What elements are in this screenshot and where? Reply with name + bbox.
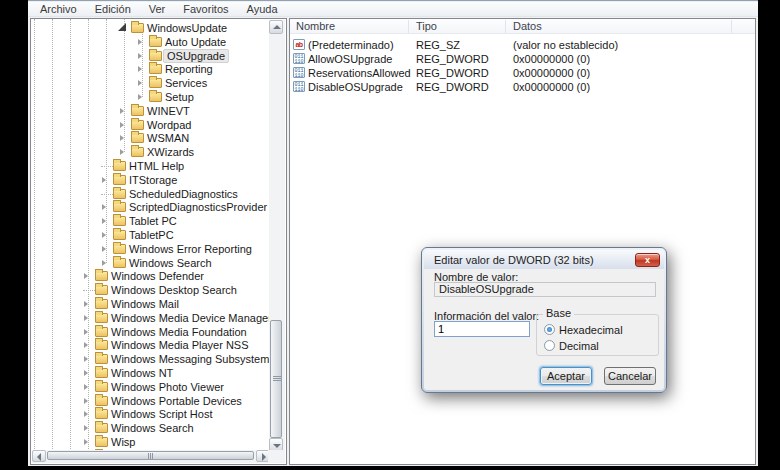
tree-item-windows-script-host[interactable]: Windows Script Host <box>31 407 270 421</box>
tree-item-tabletpc[interactable]: TabletPC <box>31 228 270 242</box>
chevron-right-icon[interactable] <box>138 66 142 72</box>
chevron-right-icon[interactable] <box>84 384 88 390</box>
dialog-body: Nombre de valor: DisableOSUpgrade Inform… <box>424 269 664 390</box>
chevron-right-icon[interactable] <box>120 135 124 141</box>
chevron-right-icon[interactable] <box>102 260 106 266</box>
scroll-left-button[interactable] <box>32 450 46 462</box>
column-divider[interactable] <box>731 20 732 33</box>
folder-icon <box>95 313 108 323</box>
tree-item-winevt[interactable]: WINEVT <box>31 104 270 118</box>
hexadecimal-radio[interactable] <box>544 324 555 335</box>
column-header-nombre[interactable]: Nombre <box>296 19 335 34</box>
column-header-datos[interactable]: Datos <box>513 19 542 34</box>
tree-item-windows-nt[interactable]: Windows NT <box>31 366 270 380</box>
tree-item-wordpad[interactable]: Wordpad <box>31 118 270 132</box>
chevron-right-icon[interactable] <box>138 80 142 86</box>
tree-item-itstorage[interactable]: ITStorage <box>31 173 270 187</box>
cancel-button[interactable]: Cancelar <box>604 367 656 385</box>
decimal-radio[interactable] <box>544 340 555 351</box>
menu-item-archivo[interactable]: Archivo <box>31 2 86 17</box>
tree-item-windows-photo-viewer[interactable]: Windows Photo Viewer <box>31 380 270 394</box>
chevron-right-icon[interactable] <box>84 301 88 307</box>
tree-item-windows-defender[interactable]: Windows Defender <box>31 269 270 283</box>
chevron-right-icon[interactable] <box>138 94 142 100</box>
scroll-up-button[interactable] <box>269 20 283 34</box>
tree-item-windowsupdate[interactable]: WindowsUpdate <box>31 21 270 35</box>
column-header-tipo[interactable]: Tipo <box>416 19 437 34</box>
tree-item-windows-portable-devices[interactable]: Windows Portable Devices <box>31 394 270 408</box>
chevron-right-icon[interactable] <box>84 425 88 431</box>
vertical-scroll-thumb[interactable] <box>270 320 282 438</box>
tree-horizontal-scrollbar[interactable] <box>32 450 270 463</box>
tree-item-xwizards[interactable]: XWizards <box>31 145 270 159</box>
chevron-right-icon[interactable] <box>84 398 88 404</box>
value-data-input[interactable] <box>434 321 530 337</box>
chevron-right-icon[interactable] <box>120 149 124 155</box>
folder-icon <box>131 23 144 33</box>
tree-item-label: Setup <box>165 90 194 104</box>
folder-icon <box>113 258 126 268</box>
regedit-window: ArchivoEdiciónVerFavoritosAyuda WindowsU… <box>28 0 758 466</box>
chevron-right-icon[interactable] <box>102 218 106 224</box>
menu-item-ayuda[interactable]: Ayuda <box>238 2 287 17</box>
tree-item-windows-search[interactable]: Windows Search <box>31 256 270 270</box>
tree-item-setup[interactable]: Setup <box>31 90 270 104</box>
tree-item-osupgrade[interactable]: OSUpgrade <box>31 49 270 63</box>
tree-item-windows-search[interactable]: Windows Search <box>31 421 270 435</box>
tree-item-windows-messaging-subsystem[interactable]: Windows Messaging Subsystem <box>31 352 270 366</box>
close-icon[interactable]: x <box>635 253 660 267</box>
decimal-radio-label[interactable]: Decimal <box>559 340 599 352</box>
tree-item-wsman[interactable]: WSMAN <box>31 131 270 145</box>
chevron-right-icon[interactable] <box>84 411 88 417</box>
folder-icon <box>131 120 144 130</box>
tree-item-scripteddiagnosticsprovider[interactable]: ScriptedDiagnosticsProvider <box>31 200 270 214</box>
tree-item-windows-mail[interactable]: Windows Mail <box>31 297 270 311</box>
chevron-right-icon[interactable] <box>84 342 88 348</box>
chevron-right-icon[interactable] <box>120 122 124 128</box>
chevron-right-icon[interactable] <box>138 39 142 45</box>
chevron-right-icon[interactable] <box>84 329 88 335</box>
menu-item-ver[interactable]: Ver <box>140 2 175 17</box>
chevron-right-icon[interactable] <box>102 246 106 252</box>
dialog-titlebar[interactable]: Editar valor de DWORD (32 bits) x <box>424 250 664 269</box>
chevron-right-icon[interactable] <box>102 204 106 210</box>
tree-vertical-scrollbar[interactable] <box>269 20 285 452</box>
tree-item-reporting[interactable]: Reporting <box>31 62 270 76</box>
menu-item-edici-n[interactable]: Edición <box>86 2 140 17</box>
menu-item-favoritos[interactable]: Favoritos <box>174 2 237 17</box>
chevron-right-icon[interactable] <box>120 108 124 114</box>
tree-item-label: WINEVT <box>147 104 190 118</box>
tree-item-services[interactable]: Services <box>31 76 270 90</box>
tree-item-windows-desktop-search[interactable]: Windows Desktop Search <box>31 283 270 297</box>
value-row--predeterminado-[interactable]: ab(Predeterminado)REG_SZ(valor no establ… <box>290 38 755 52</box>
tree-item-tablet-pc[interactable]: Tablet PC <box>31 214 270 228</box>
folder-icon <box>95 423 108 433</box>
tree-item-html-help[interactable]: HTML Help <box>31 159 270 173</box>
chevron-right-icon[interactable] <box>84 370 88 376</box>
chevron-right-icon[interactable] <box>84 315 88 321</box>
value-row-disableosupgrade[interactable]: 011 110DisableOSUpgradeREG_DWORD0x000000… <box>290 80 755 94</box>
chevron-right-icon[interactable] <box>102 177 106 183</box>
tree-item-windows-media-player-nss[interactable]: Windows Media Player NSS <box>31 338 270 352</box>
chevron-right-icon[interactable] <box>84 439 88 445</box>
tree-item-windows-media-foundation[interactable]: Windows Media Foundation <box>31 325 270 339</box>
accept-button[interactable]: Aceptar <box>540 367 592 385</box>
chevron-right-icon[interactable] <box>84 356 88 362</box>
chevron-expanded-icon[interactable] <box>118 23 126 31</box>
tree-item-windows-error-reporting[interactable]: Windows Error Reporting <box>31 242 270 256</box>
screenshot-stage: ArchivoEdiciónVerFavoritosAyuda WindowsU… <box>0 0 780 470</box>
chevron-right-icon[interactable] <box>102 232 106 238</box>
tree-item-scheduleddiagnostics[interactable]: ScheduledDiagnostics <box>31 187 270 201</box>
value-row-allowosupgrade[interactable]: 011 110AllowOSUpgradeREG_DWORD0x00000000… <box>290 52 755 66</box>
tree-item-windows-media-device-manager[interactable]: Windows Media Device Manager <box>31 311 270 325</box>
value-row-reservationsallowed[interactable]: 011 110ReservationsAllowedREG_DWORD0x000… <box>290 66 755 80</box>
tree-item-auto-update[interactable]: Auto Update <box>31 35 270 49</box>
horizontal-scroll-thumb[interactable] <box>47 451 254 460</box>
column-divider[interactable] <box>408 20 409 33</box>
folder-icon <box>149 78 162 88</box>
chevron-right-icon[interactable] <box>138 53 142 59</box>
column-divider[interactable] <box>505 20 506 33</box>
tree-item-wisp[interactable]: Wisp <box>31 435 270 449</box>
chevron-right-icon[interactable] <box>84 273 88 279</box>
hexadecimal-radio-label[interactable]: Hexadecimal <box>559 324 623 336</box>
